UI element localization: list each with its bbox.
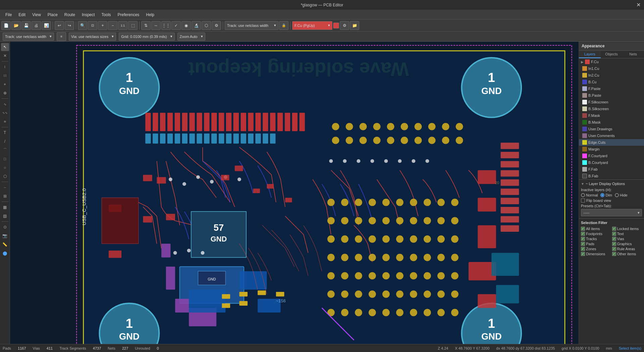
menu-route[interactable]: Route	[62, 12, 78, 18]
layer-edge-cuts[interactable]: Edge.Cuts	[579, 139, 644, 146]
print-button[interactable]: 🖨	[32, 21, 41, 30]
filter-rule-areas[interactable]: Rule Areas	[612, 247, 642, 251]
menu-tools[interactable]: Tools	[99, 12, 114, 18]
flip-board-checkbox[interactable]: Flip board view	[581, 199, 642, 203]
screenshot-tool[interactable]: 📷	[1, 232, 9, 240]
add-line-tool[interactable]: /	[1, 137, 9, 145]
track-width-dropdown[interactable]: Track: use netclass width ▾	[225, 21, 278, 30]
search-button[interactable]: 🔍	[78, 21, 87, 30]
layer-f-cu[interactable]: ▶ F.Cu	[579, 58, 644, 65]
filter-locked-items[interactable]: Locked items	[612, 227, 642, 231]
undo-button[interactable]: ↩	[55, 21, 64, 30]
layer-f-fab[interactable]: F.Fab	[579, 166, 644, 173]
menu-edit[interactable]: Edit	[16, 12, 28, 18]
tab-layers[interactable]: Layers	[579, 51, 601, 58]
layer-b-fab[interactable]: B.Fab	[579, 173, 644, 179]
filter-vias[interactable]: Vias	[612, 237, 642, 241]
tune-length-tool[interactable]: ∿	[1, 100, 9, 108]
route-track-tool[interactable]: ⌇	[1, 63, 9, 71]
add-circle-tool[interactable]: ○	[1, 164, 9, 172]
filter-all-items[interactable]: All items	[581, 227, 611, 231]
cross-tool[interactable]: ✕	[1, 52, 9, 60]
drc-button[interactable]: ✓	[171, 21, 181, 30]
layer-b-cu[interactable]: B.Cu	[579, 79, 644, 85]
track-dropdown[interactable]: Track: use netclass width▾	[3, 33, 54, 41]
track-settings-icon[interactable]: ≡	[57, 32, 66, 41]
zoom-fit-button[interactable]: ⊡	[88, 21, 97, 30]
via-dropdown[interactable]: Via: use netclass sizes▾	[69, 33, 116, 41]
layer-b-mask[interactable]: B.Mask	[579, 119, 644, 126]
tune-diff-tool[interactable]: ∿∿	[1, 109, 9, 117]
layer-margin[interactable]: Margin	[579, 146, 644, 152]
padstack-button[interactable]: ⬡	[202, 21, 211, 30]
filter-graphics[interactable]: Graphics	[612, 242, 642, 246]
close-button[interactable]: ✕	[636, 2, 641, 8]
filter-text[interactable]: Text	[612, 232, 642, 236]
track-width-lock[interactable]: 🔒	[279, 21, 288, 30]
open-button[interactable]: 📂	[11, 21, 21, 30]
layer-f-silkscreen[interactable]: F.Silkscreen	[579, 99, 644, 105]
diff-pair-tool[interactable]: ⌇⌇	[1, 72, 9, 80]
zoom-100-button[interactable]: 1:1	[118, 21, 127, 30]
copper-zone-tool[interactable]: ▦	[1, 203, 9, 211]
tab-objects[interactable]: Objects	[601, 51, 623, 58]
canvas-area[interactable]: Wave soldering keepout Wave soldering ke…	[10, 42, 579, 344]
filter-pads[interactable]: Pads	[581, 242, 611, 246]
board-origin-tool[interactable]: ⊙	[1, 223, 9, 231]
zoom-out-button[interactable]: −	[108, 21, 117, 30]
layer-b-paste[interactable]: B.Paste	[579, 92, 644, 99]
layer-f-paste[interactable]: F.Paste	[579, 85, 644, 92]
menu-file[interactable]: File	[3, 12, 14, 18]
inspect-tool[interactable]: ⬤	[1, 249, 9, 257]
layer-f-mask[interactable]: F.Mask	[579, 112, 644, 119]
filter-zones[interactable]: Zones	[581, 247, 611, 251]
layer-b-courtyard[interactable]: B.Courtyard	[579, 159, 644, 166]
menu-preferences[interactable]: Preferences	[115, 12, 142, 18]
add-arc-tool[interactable]: ⌒	[1, 146, 9, 154]
net-inspector-button[interactable]: 🔬	[192, 21, 201, 30]
filter-other-items[interactable]: Other items	[612, 252, 642, 256]
layer-user-comments[interactable]: User.Comments	[579, 132, 644, 139]
add-footprint-tool[interactable]: ⊞	[1, 192, 9, 200]
grid-settings-button[interactable]: ⋮⋮	[161, 21, 171, 30]
redo-button[interactable]: ↪	[65, 21, 74, 30]
save-button[interactable]: 💾	[21, 21, 31, 30]
radio-hide[interactable]: Hide	[615, 193, 628, 197]
grid-dropdown[interactable]: Grid: 0.0100 mm (0.39 mils)▾	[119, 33, 174, 41]
filter-dimensions[interactable]: Dimensions	[581, 252, 611, 256]
add-rect-tool[interactable]: □	[1, 155, 9, 163]
radio-normal[interactable]: Normal	[581, 193, 598, 197]
flip-button[interactable]: ⇅	[141, 21, 151, 30]
layer-display-header[interactable]: ▼ ~ Layer Display Options	[581, 182, 642, 186]
add-via-tool[interactable]: ⊕	[1, 89, 9, 97]
zoom-dropdown[interactable]: Zoom Auto▾	[177, 33, 205, 41]
filter-tracks[interactable]: Tracks	[581, 237, 611, 241]
rule-area-tool[interactable]: ▧	[1, 212, 9, 220]
tune-skew-tool[interactable]: ≋	[1, 118, 9, 126]
scripting-button[interactable]: ⚙	[212, 21, 221, 30]
layer-color-btn[interactable]	[333, 23, 339, 29]
add-poly-tool[interactable]: ⬡	[1, 172, 9, 180]
tab-nets[interactable]: Nets	[622, 51, 644, 58]
zoom-area-button[interactable]: ⬚	[128, 21, 138, 30]
mirror-button[interactable]: ↔	[151, 21, 161, 30]
layer-b-silkscreen[interactable]: B.Silkscreen	[579, 105, 644, 112]
layer-select-dropdown[interactable]: F.Cu (PgUp) ▾	[292, 21, 332, 30]
zoom-in-button[interactable]: +	[98, 21, 107, 30]
board-setup-button[interactable]: ⚙	[340, 21, 349, 30]
menu-place[interactable]: Place	[45, 12, 60, 18]
select-tool[interactable]: ↖	[1, 43, 9, 51]
layer-in2-cu[interactable]: In2.Cu	[579, 72, 644, 79]
new-button[interactable]: 📄	[1, 21, 11, 30]
menu-view[interactable]: View	[30, 12, 44, 18]
export-button[interactable]: 📊	[42, 21, 51, 30]
filter-footprints[interactable]: Footprints	[581, 232, 611, 236]
add-text-tool[interactable]: T	[1, 129, 9, 137]
menu-inspect[interactable]: Inspect	[79, 12, 98, 18]
measure-tool[interactable]: 📏	[1, 240, 9, 249]
layer-f-courtyard[interactable]: F.Courtyard	[579, 152, 644, 159]
presets-dropdown[interactable]: ----- ▾	[581, 209, 642, 216]
dimension-tool[interactable]: ↔	[1, 183, 9, 191]
highlight-button[interactable]: ◉	[181, 21, 191, 30]
menu-help[interactable]: Help	[143, 12, 157, 18]
